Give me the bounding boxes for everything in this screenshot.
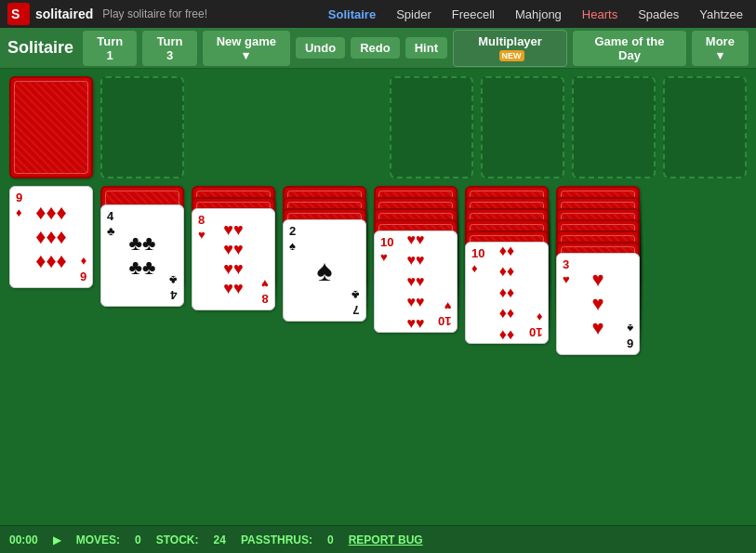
foundation-1[interactable] [390,76,473,178]
stock-pile[interactable] [9,76,93,178]
passthrus-label: PASSTHRUS: [241,533,312,546]
hint-button[interactable]: Hint [405,37,447,59]
nav-spider[interactable]: Spider [391,7,437,21]
logo-text: solitaired [35,7,93,21]
nav-solitaire[interactable]: Solitaire [323,7,381,21]
redo-button[interactable]: Redo [351,37,400,59]
passthrus-value: 0 [327,533,334,546]
nav-spades[interactable]: Spades [632,7,684,21]
logo-icon: S [7,3,30,25]
top-navigation: S solitaired Play solitaire for free! So… [0,0,756,28]
card-3h[interactable]: 3♥ ♥♥♥ 6♠ [556,253,640,355]
nav-mahjong[interactable]: Mahjong [510,7,567,21]
game-area: 9♦ ♦♦♦♦♦♦♦♦♦ 6♦ 4♣ ♣♣♣♣ 4♣ 8♥ [0,69,756,525]
top-row [9,76,747,178]
nav-yahtzee[interactable]: Yahtzee [694,7,749,21]
card-8h[interactable]: 8♥ ♥♥♥♥♥♥♥♥ 8♥ [192,208,275,310]
newgame-button[interactable]: New game [203,31,290,66]
turn1-button[interactable]: Turn 1 [83,31,137,66]
stock-label: STOCK: [156,533,199,546]
nav-freecell[interactable]: Freecell [446,7,500,21]
nav-hearts[interactable]: Hearts [577,7,623,21]
column-1: 9♦ ♦♦♦♦♦♦♦♦♦ 6♦ [9,186,93,288]
svg-text:S: S [11,7,20,21]
card-9d[interactable]: 9♦ ♦♦♦♦♦♦♦♦♦ 6♦ [9,186,93,288]
column-3: 8♥ ♥♥♥♥♥♥♥♥ 8♥ [192,186,275,325]
columns-row: 9♦ ♦♦♦♦♦♦♦♦♦ 6♦ 4♣ ♣♣♣♣ 4♣ 8♥ [9,186,747,381]
stock-value: 24 [214,533,226,546]
card-10h[interactable]: 10♥ ♥♥♥♥♥♥♥♥♥♥ 10♥ [374,230,458,333]
column-5: 10♥ ♥♥♥♥♥♥♥♥♥♥ 10♥ [374,186,458,353]
foundations [390,76,747,178]
toolbar: Solitaire Turn 1 Turn 3 New game Undo Re… [0,28,756,69]
timer-display: 00:00 [9,533,38,546]
new-badge: NEW [499,50,524,61]
waste-pile[interactable] [100,76,184,178]
status-bar: 00:00 ▶ MOVES: 0 STOCK: 24 PASSTHRUS: 0 … [0,525,756,553]
multiplayer-button[interactable]: Multiplayer NEW [453,30,567,67]
moves-value: 0 [135,533,141,546]
more-button[interactable]: More [692,31,749,66]
foundation-2[interactable] [481,76,564,178]
play-pause-button[interactable]: ▶ [53,533,61,546]
logo-area[interactable]: S solitaired [7,3,93,25]
foundation-4[interactable] [663,76,747,178]
card-2s[interactable]: 2♠ ♠ 7♣ [283,219,366,322]
column-2: 4♣ ♣♣♣♣ 4♣ [100,186,184,307]
tagline: Play solitaire for free! [102,7,313,20]
foundation-3[interactable] [572,76,656,178]
moves-label: MOVES: [76,533,120,546]
gameday-button[interactable]: Game of the Day [573,31,686,66]
report-bug-link[interactable]: REPORT BUG [349,533,423,546]
turn3-button[interactable]: Turn 3 [142,31,196,66]
column-4: 2♠ ♠ 7♣ [283,186,366,339]
card-4c[interactable]: 4♣ ♣♣♣♣ 4♣ [100,204,184,307]
column-6: 10♦ ♦♦♦♦♦♦♦♦♦♦ 10♦ [465,186,549,367]
card-10d[interactable]: 10♦ ♦♦♦♦♦♦♦♦♦♦ 10♦ [465,242,549,344]
game-title: Solitaire [7,38,73,58]
undo-button[interactable]: Undo [296,37,345,59]
column-7: 3♥ ♥♥♥ 6♠ [556,186,640,381]
